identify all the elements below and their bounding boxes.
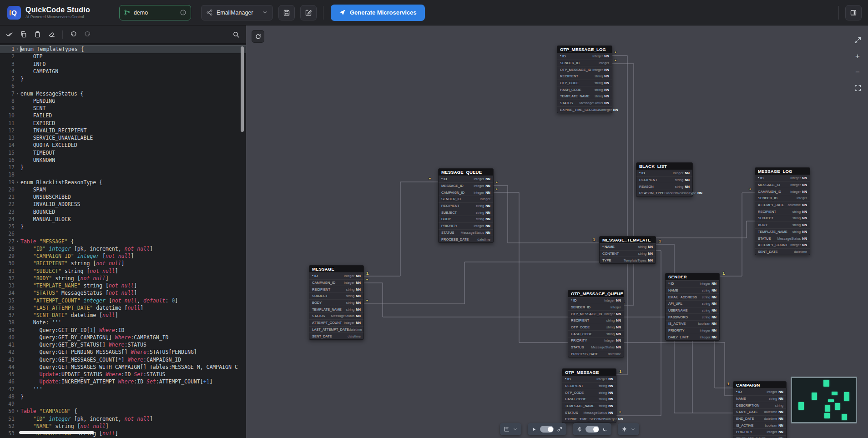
code-line: 37 "SENT_DATE" datetime [null]	[0, 312, 246, 319]
diagram-table-message_log[interactable]: MESSAGE_LOG * ID integerNN MESSAGE_ID in…	[755, 167, 810, 255]
relationship-edge	[364, 262, 599, 304]
zoom-out-button[interactable]: −	[853, 67, 862, 76]
info-icon[interactable]	[180, 9, 187, 16]
table-field-row: SENDER_ID integer	[568, 304, 624, 311]
link-icon	[557, 426, 563, 432]
table-field-row: * ID integerNN	[309, 272, 363, 279]
project-name-input[interactable]	[134, 10, 177, 16]
table-field-row: HASH_CODE stringNN	[557, 86, 612, 93]
diagram-table-message_template[interactable]: MESSAGE_TEMPLATE * NAME stringNN CONTENT…	[599, 236, 656, 264]
generate-label: Generate Microservices	[350, 9, 417, 16]
table-field-row: ATTEMPT_COUNT integerNN	[755, 242, 810, 248]
table-field-row: END_DATE datetimeNN	[733, 415, 786, 422]
table-field-row: SUBJECT stringNN	[309, 292, 363, 299]
vertical-scrollbar[interactable]	[241, 46, 244, 132]
copy-icon[interactable]	[20, 31, 27, 38]
undo-icon[interactable]	[70, 31, 77, 38]
code-line: 50▾Table "CAMPAIGN" {	[0, 408, 246, 415]
toggle-switch[interactable]	[540, 426, 554, 433]
toggle-switch[interactable]	[585, 426, 599, 433]
table-field-row: TYPE TemplateTypesNN	[600, 257, 656, 263]
table-field-row: REASON_TYPE BlacklistReasonTypeNN	[636, 190, 692, 196]
code-line: 35 "ATTEMPT_COUNT" integer [not null, de…	[0, 297, 246, 304]
canvas-toolbar	[246, 423, 868, 435]
table-header[interactable]: OTP_MESSAGE_LOG	[557, 46, 612, 53]
table-header[interactable]: OTP_MESSAGE_QUEUE	[568, 290, 624, 297]
table-field-row: PROCESS_DATE datetime	[439, 236, 493, 242]
freeze-menu[interactable]	[618, 423, 639, 435]
diagram-table-black_list[interactable]: BLACK_LIST * ID integerNN RECIPIENT stri…	[636, 162, 693, 197]
layout-menu[interactable]	[500, 423, 521, 435]
minimap-table-marker	[825, 405, 831, 412]
fit-view-button[interactable]	[853, 83, 862, 92]
minimap[interactable]	[791, 377, 857, 423]
code-line: 13 SERVICE_UNAVAILABLE	[0, 134, 246, 141]
code-line: 9 SENT	[0, 105, 246, 112]
panel-toggle-button[interactable]	[845, 5, 862, 20]
table-header[interactable]: MESSAGE_TEMPLATE	[600, 237, 656, 243]
diagram-table-otp_message[interactable]: OTP_MESSAGE * ID integerNN RECIPIENT str…	[562, 368, 616, 423]
table-field-row: STATUS MessageStatusNN	[562, 409, 616, 416]
editor-toolbar	[0, 25, 246, 44]
diagram-table-message_queue[interactable]: MESSAGE_QUEUE * ID integerNN MESSAGE_ID …	[438, 168, 494, 243]
relationship-edge	[364, 182, 438, 276]
diagram-table-otp_message_log[interactable]: OTP_MESSAGE_LOG * ID integerNN SENDER_ID…	[557, 45, 612, 113]
redo-icon[interactable]	[84, 31, 91, 38]
table-header[interactable]: MESSAGE_QUEUE	[439, 169, 493, 176]
paste-icon[interactable]	[34, 31, 41, 38]
module-select[interactable]: EmailManager	[201, 5, 273, 20]
diagram-table-message[interactable]: MESSAGE * ID integerNN CAMPAIGN_ID integ…	[309, 265, 364, 340]
theme-toggle[interactable]	[573, 423, 611, 435]
table-field-row: RECIPIENT stringNN	[636, 176, 692, 183]
expand-view-button[interactable]	[853, 35, 862, 45]
eraser-icon[interactable]	[48, 31, 55, 38]
code-line: 42 Query:GET_PENDING_MESSAGES[] Where:ST…	[0, 348, 246, 356]
code-line: 11 EXPIRED	[0, 120, 246, 127]
project-name-field[interactable]	[119, 5, 191, 20]
code-editor[interactable]: 1▾enum TemplateTypes {2 OTP3 INFO4 CAMPA…	[0, 44, 246, 438]
cardinality-label: *	[366, 277, 368, 282]
cardinality-label: *	[496, 180, 498, 185]
table-header[interactable]: MESSAGE_LOG	[755, 168, 810, 175]
diagram-table-sender[interactable]: SENDER * ID integerNN NAME stringNN EMAI…	[665, 273, 720, 341]
table-header[interactable]: BLACK_LIST	[636, 163, 692, 170]
minimap-table-marker	[842, 414, 847, 420]
table-field-row: STATUS MessageStatusNN	[439, 229, 493, 236]
edit-button[interactable]	[300, 5, 317, 20]
horizontal-scrollbar[interactable]	[19, 431, 94, 434]
table-field-row: PRIORITY integerNN	[666, 327, 719, 334]
cardinality-label: *	[749, 187, 751, 192]
pointer-mode-toggle[interactable]	[528, 423, 566, 435]
table-header[interactable]: SENDER	[666, 273, 719, 280]
table-header[interactable]: MESSAGE	[309, 266, 363, 272]
pencil-icon	[305, 9, 312, 16]
diagram-table-otp_message_queue[interactable]: OTP_MESSAGE_QUEUE * ID integerNN SENDER_…	[568, 290, 624, 357]
toolbar-divider	[62, 30, 63, 39]
table-header[interactable]: OTP_MESSAGE	[562, 369, 616, 376]
table-field-row: PRIORITY integerNN	[439, 222, 493, 229]
save-button[interactable]	[278, 5, 295, 20]
modules-icon	[206, 9, 213, 16]
check-all-icon[interactable]	[6, 31, 13, 38]
code-line: 38 Note: '''	[0, 319, 246, 326]
code-line: 40 Query:GET_BY_CAMPAIGN[] Where:CAMPAIG…	[0, 334, 246, 341]
zoom-in-button[interactable]: +	[853, 51, 862, 60]
table-field-row: OTP_CODE stringNN	[557, 80, 612, 86]
title-block: QuickCode Studio AI-Powered Microservice…	[25, 6, 90, 19]
header-divider-right	[838, 6, 839, 20]
table-field-row: NAME stringNN	[733, 395, 786, 402]
table-field-row: BODY stringNN	[755, 222, 810, 228]
app-subtitle: AI-Powered Microservices Control	[25, 15, 90, 19]
code-line: 14 QUOTA_EXCEEDED	[0, 141, 246, 149]
table-header[interactable]: CAMPAIGN	[733, 382, 786, 388]
refresh-layout-button[interactable]	[252, 30, 264, 43]
app-logo: Q	[7, 6, 21, 20]
table-field-row: RECIPIENT stringNN	[755, 208, 810, 215]
cardinality-label: *	[619, 410, 621, 415]
table-field-row: * NAME stringNN	[600, 243, 656, 250]
table-field-row: EXPIRE_TIME_SECONDS integerNN	[557, 106, 612, 113]
search-icon[interactable]	[232, 31, 240, 38]
diagram-canvas[interactable]: 1**1*1**1**1*11* OTP_MESSAGE_LOG * ID in…	[246, 25, 868, 438]
generate-microservices-button[interactable]: Generate Microservices	[331, 5, 425, 21]
table-field-row: START_DATE datetimeNN	[733, 408, 786, 415]
